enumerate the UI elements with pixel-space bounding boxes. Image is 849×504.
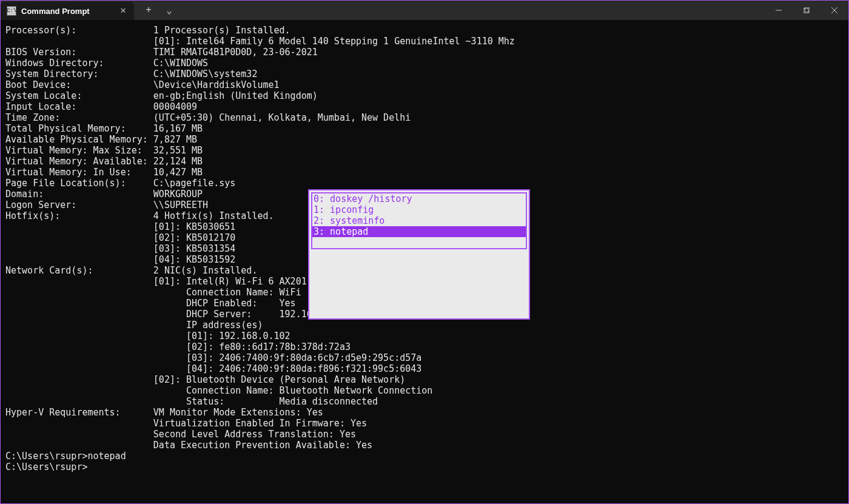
history-popup-list: 0: doskey /history1: ipconfig2: systemin… xyxy=(311,192,527,249)
history-item[interactable]: 0: doskey /history xyxy=(312,193,526,204)
terminal-line: Available Physical Memory: 7,827 MB xyxy=(5,134,844,145)
history-popup: 0: doskey /history1: ipconfig2: systemin… xyxy=(308,189,530,320)
terminal-line: Virtual Memory: Available: 22,124 MB xyxy=(5,156,844,167)
terminal-line: [04]: 2406:7400:9f:80da:f896:f321:99c5:6… xyxy=(5,363,844,374)
terminal-line: Virtualization Enabled In Firmware: Yes xyxy=(5,418,844,429)
cmd-icon: C:\ xyxy=(7,6,16,16)
terminal-line: [03]: 2406:7400:9f:80da:6cb7:d5e9:295c:d… xyxy=(5,352,844,363)
titlebar-drag-area[interactable] xyxy=(178,1,765,20)
terminal-line: Boot Device: \Device\HarddiskVolume1 xyxy=(5,79,844,90)
terminal-line: [02]: Bluetooth Device (Personal Area Ne… xyxy=(5,374,844,385)
new-tab-button[interactable]: + xyxy=(140,2,157,19)
tab-dropdown-button[interactable]: ⌄ xyxy=(161,2,178,19)
tab-command-prompt[interactable]: C:\ Command Prompt ✕ xyxy=(1,2,134,20)
terminal-line: BIOS Version: TIMI RMATG4B1P0D0D, 23-06-… xyxy=(5,47,844,58)
terminal-line: Windows Directory: C:\WINDOWS xyxy=(5,58,844,69)
terminal-line: Connection Name: Bluetooth Network Conne… xyxy=(5,385,844,396)
close-button[interactable] xyxy=(820,1,848,20)
terminal-line: IP address(es) xyxy=(5,320,844,331)
terminal-line: C:\Users\rsupr> xyxy=(5,462,844,472)
terminal-line: Data Execution Prevention Available: Yes xyxy=(5,440,844,451)
svg-rect-1 xyxy=(804,8,808,13)
terminal-line: Input Locale: 00004009 xyxy=(5,101,844,112)
terminal-line: Processor(s): 1 Processor(s) Installed. xyxy=(5,25,844,36)
maximize-button[interactable] xyxy=(793,1,820,20)
terminal-line: Total Physical Memory: 16,167 MB xyxy=(5,123,844,134)
history-item[interactable]: 1: ipconfig xyxy=(312,204,526,215)
terminal-line: C:\Users\rsupr>notepad xyxy=(5,451,844,462)
tab-title: Command Prompt xyxy=(21,7,112,16)
terminal-line: Virtual Memory: Max Size: 32,551 MB xyxy=(5,145,844,156)
tab-actions: + ⌄ xyxy=(134,1,178,20)
tab-close-button[interactable]: ✕ xyxy=(117,6,129,16)
terminal-line: Page File Location(s): C:\pagefile.sys xyxy=(5,178,844,189)
minimize-button[interactable] xyxy=(765,1,793,20)
history-item[interactable]: 3: notepad xyxy=(312,226,526,237)
svg-rect-2 xyxy=(805,7,810,12)
history-item[interactable]: 2: systeminfo xyxy=(312,215,526,226)
terminal-line: Status: Media disconnected xyxy=(5,396,844,407)
terminal-line: Virtual Memory: In Use: 10,427 MB xyxy=(5,167,844,178)
terminal-line: Second Level Address Translation: Yes xyxy=(5,429,844,440)
terminal-line: [01]: Intel64 Family 6 Model 140 Steppin… xyxy=(5,36,844,47)
terminal-line: [01]: 192.168.0.102 xyxy=(5,331,844,341)
terminal-line: Time Zone: (UTC+05:30) Chennai, Kolkata,… xyxy=(5,112,844,123)
history-item[interactable] xyxy=(312,237,526,248)
terminal-line: System Directory: C:\WINDOWS\system32 xyxy=(5,69,844,79)
terminal-line: System Locale: en-gb;English (United Kin… xyxy=(5,90,844,101)
terminal-line: Hyper-V Requirements: VM Monitor Mode Ex… xyxy=(5,407,844,418)
window-controls xyxy=(765,1,848,20)
terminal-line: [02]: fe80::6d17:78b:378d:72a3 xyxy=(5,341,844,352)
titlebar: C:\ Command Prompt ✕ + ⌄ xyxy=(1,1,848,20)
